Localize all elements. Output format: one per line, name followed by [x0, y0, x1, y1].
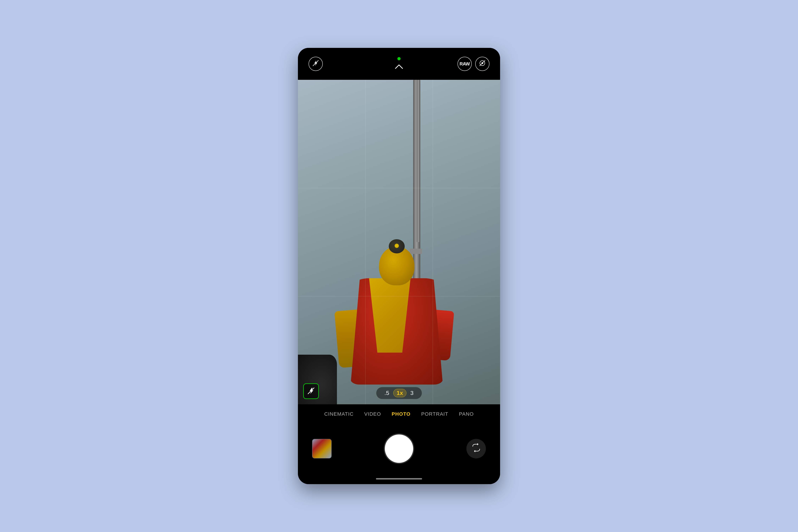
bottom-controls — [298, 424, 500, 474]
phone-frame: RAW — [298, 48, 500, 484]
buddha-statue — [340, 246, 453, 388]
camera-scene: .5 1x 3 — [298, 80, 500, 404]
mode-portrait[interactable]: PORTRAIT — [416, 411, 454, 417]
top-bar-center — [395, 57, 403, 71]
raw-button[interactable]: RAW — [457, 57, 472, 71]
flash-off-corner-icon — [307, 387, 315, 396]
zoom-controls: .5 1x 3 — [376, 387, 422, 399]
zoom-3x-button[interactable]: 3 — [407, 389, 417, 397]
live-photo-icon — [479, 60, 486, 68]
thumbnail-image — [312, 439, 331, 458]
buddha-head — [379, 246, 414, 285]
mode-pano[interactable]: PANO — [454, 411, 479, 417]
zoom-05-button[interactable]: .5 — [381, 389, 393, 397]
mode-photo[interactable]: PHOTO — [386, 411, 416, 417]
home-indicator — [298, 474, 500, 484]
mode-video[interactable]: VIDEO — [359, 411, 386, 417]
camera-mode-bar: CINEMATIC VIDEO PHOTO PORTRAIT PANO — [298, 404, 500, 424]
top-bar: RAW — [298, 48, 500, 80]
expand-chevron-icon[interactable] — [395, 63, 403, 71]
background-pole-thin — [417, 80, 420, 242]
live-photo-button[interactable] — [475, 57, 490, 71]
flip-camera-button[interactable] — [467, 439, 486, 458]
zoom-1x-button[interactable]: 1x — [393, 389, 406, 397]
flip-camera-icon — [471, 443, 481, 455]
raw-label: RAW — [459, 61, 470, 67]
flash-corner-button[interactable] — [303, 383, 319, 399]
buddha-torso — [350, 278, 443, 385]
viewfinder[interactable]: .5 1x 3 — [298, 80, 500, 404]
flash-off-icon — [312, 60, 319, 68]
flash-button[interactable] — [308, 57, 323, 71]
buddha-head-ornament — [395, 244, 399, 248]
photo-thumbnail[interactable] — [312, 439, 331, 458]
green-indicator-dot — [397, 57, 401, 60]
shutter-button[interactable] — [385, 435, 413, 463]
mode-cinematic[interactable]: CINEMATIC — [319, 411, 359, 417]
home-bar — [376, 478, 422, 479]
